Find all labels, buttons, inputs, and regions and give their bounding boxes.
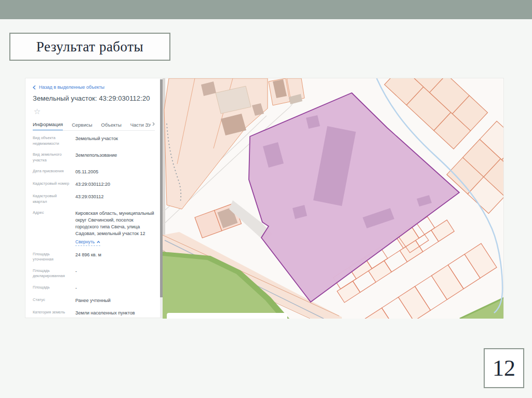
field-row: Кадастровый квартал 43:29:030112: [33, 194, 155, 204]
slide-top-bar: [0, 0, 532, 19]
back-link-label: Назад в выделенные объекты: [39, 85, 104, 90]
screenshot: Назад в выделенные объекты Земельный уча…: [25, 78, 504, 318]
page-number: 12: [493, 355, 515, 381]
field-row: Категория земель Земли населенных пункто…: [33, 310, 155, 317]
slide-title-box: Результат работы: [9, 33, 170, 61]
field-row: Вид объекта недвижимости Земельный участ…: [33, 135, 155, 146]
tabs-bar: Информация Сервисы Объекты Части ЗУ Сост: [33, 120, 155, 131]
tab-informatsiya[interactable]: Информация: [33, 121, 63, 131]
field-row: Кадастровый номер 43:29:030112:20: [33, 181, 155, 188]
field-row: Площадь уточненная 24 896 кв. м: [33, 252, 155, 263]
field-row: Статус Ранее учтенный: [33, 297, 155, 304]
field-row: Площадь декларированная -: [33, 268, 155, 279]
field-row: Дата присвоения 05.11.2005: [33, 169, 155, 175]
back-link[interactable]: Назад в выделенные объекты: [33, 85, 155, 90]
parcel-title: Земельный участок: 43:29:030112:20: [33, 94, 155, 102]
field-row: Площадь -: [33, 285, 155, 292]
chevron-left-icon: [33, 85, 36, 90]
field-row: Вид земельного участка Землепользование: [33, 152, 155, 163]
tabs-scroll-right-icon[interactable]: [151, 120, 155, 128]
map-svg: [163, 78, 503, 319]
tab-chasti-zu[interactable]: Части ЗУ: [130, 122, 151, 130]
tab-obekty[interactable]: Объекты: [101, 122, 122, 130]
collapse-address-link[interactable]: Свернуть: [75, 239, 100, 245]
slide-title: Результат работы: [36, 39, 143, 55]
fields-list: Вид объекта недвижимости Земельный участ…: [33, 131, 155, 318]
tab-servisy[interactable]: Сервисы: [72, 122, 92, 130]
favorite-star-icon[interactable]: ☆: [33, 107, 42, 116]
field-row-address: Адрес Кировская область, муниципальный о…: [33, 210, 155, 246]
info-panel: Назад в выделенные объекты Земельный уча…: [25, 78, 160, 318]
address-value: Кировская область, муниципальный округ С…: [75, 211, 154, 236]
chevron-up-icon: [97, 241, 100, 243]
map-bottom-bar: [167, 313, 287, 319]
page-number-box: 12: [484, 348, 524, 388]
map-canvas[interactable]: [163, 78, 503, 319]
